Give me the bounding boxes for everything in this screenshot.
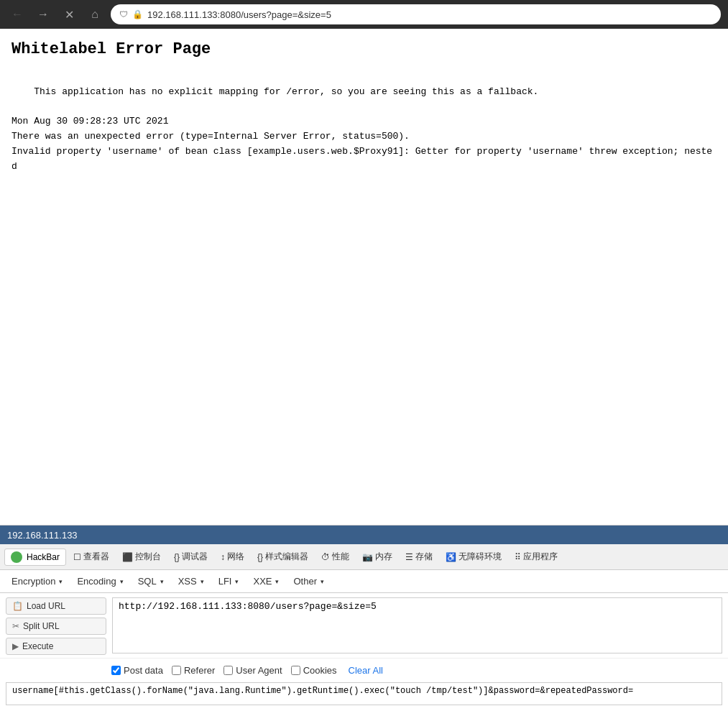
cookies-checkbox[interactable] — [291, 666, 300, 675]
encoding-caret: ▾ — [120, 578, 124, 585]
url-bar: 192.168.111.133 — [0, 526, 728, 544]
console-label: 控制台 — [135, 551, 161, 563]
split-url-label: Split URL — [23, 621, 60, 631]
sql-label: SQL — [138, 576, 157, 587]
clear-all-button[interactable]: Clear All — [346, 664, 386, 677]
referer-label: Referer — [184, 665, 215, 676]
execute-label: Execute — [22, 641, 53, 651]
accessibility-icon: ♿ — [446, 552, 456, 562]
style-editor-label: 样式编辑器 — [265, 551, 308, 563]
xxe-label: XXE — [253, 576, 272, 587]
post-data-checkbox[interactable] — [111, 666, 121, 675]
hackbar-action-buttons: 📋 Load URL ✂ Split URL ▶ Execute — [6, 597, 106, 653]
load-url-button[interactable]: 📋 Load URL — [6, 597, 106, 615]
bottom-panel: 192.168.111.133 HackBar ☐ 查看器 ⬛ 控制台 {} 调… — [0, 525, 728, 711]
load-url-label: Load URL — [27, 601, 65, 611]
error-body: This application has no explicit mapping… — [11, 70, 717, 189]
other-label: Other — [293, 576, 317, 587]
browser-chrome: ← → ✕ ⌂ 🛡 🔒 192.168.111.133:8080/users?p… — [0, 0, 728, 29]
network-icon: ↕ — [221, 552, 225, 562]
application-tab[interactable]: ⠿ 应用程序 — [509, 549, 563, 565]
console-icon: ⬛ — [122, 552, 133, 562]
debugger-icon: {} — [174, 552, 180, 562]
encoding-menu[interactable]: Encoding ▾ — [71, 574, 129, 589]
inspector-label: 查看器 — [83, 551, 109, 563]
debugger-label: 调试器 — [182, 551, 208, 563]
lfi-menu[interactable]: LFI ▾ — [213, 574, 245, 589]
error-line3: There was an unexpected error (type=Inte… — [11, 131, 410, 142]
xss-label: XSS — [178, 576, 197, 587]
sql-caret: ▾ — [160, 578, 164, 585]
cookies-checkbox-label[interactable]: Cookies — [291, 665, 337, 676]
lock-icon: 🔒 — [132, 9, 143, 19]
encryption-caret: ▾ — [59, 578, 63, 585]
application-label: 应用程序 — [523, 551, 558, 563]
hackbar-label: HackBar — [27, 552, 60, 562]
sql-menu[interactable]: SQL ▾ — [132, 574, 170, 589]
hackbar-postdata-row — [0, 682, 728, 711]
dev-toolbar: HackBar ☐ 查看器 ⬛ 控制台 {} 调试器 ↕ 网络 {} 样式编辑器… — [0, 544, 728, 570]
encryption-label: Encryption — [11, 576, 55, 587]
post-data-checkbox-label[interactable]: Post data — [111, 665, 163, 676]
execute-button[interactable]: ▶ Execute — [6, 638, 106, 655]
hackbar-tab[interactable]: HackBar — [4, 549, 66, 566]
lfi-caret: ▾ — [235, 578, 239, 585]
style-editor-icon: {} — [257, 552, 263, 562]
referer-checkbox[interactable] — [172, 666, 181, 675]
memory-icon: 📷 — [362, 552, 373, 562]
error-line2: Mon Aug 30 09:28:23 UTC 2021 — [11, 116, 168, 127]
hackbar-post-row: Post data Referer User Agent Cookies Cle… — [0, 658, 728, 682]
execute-icon: ▶ — [12, 641, 19, 651]
cookies-label: Cookies — [303, 665, 337, 676]
accessibility-tab[interactable]: ♿ 无障碍环境 — [440, 549, 507, 565]
error-title: Whitelabel Error Page — [11, 40, 717, 58]
error-line4: Invalid property 'username' of bean clas… — [11, 146, 712, 172]
storage-tab[interactable]: ☰ 存储 — [400, 549, 438, 565]
performance-tab[interactable]: ⏱ 性能 — [315, 549, 355, 565]
other-menu[interactable]: Other ▾ — [287, 574, 330, 589]
network-tab[interactable]: ↕ 网络 — [215, 549, 250, 565]
network-label: 网络 — [227, 551, 244, 563]
user-agent-checkbox[interactable] — [224, 666, 233, 675]
storage-icon: ☰ — [405, 552, 413, 562]
post-data-label: Post data — [124, 665, 163, 676]
split-url-icon: ✂ — [12, 621, 19, 631]
back-button[interactable]: ← — [7, 4, 27, 24]
inspector-tab[interactable]: ☐ 查看器 — [68, 549, 115, 565]
memory-label: 内存 — [375, 551, 392, 563]
application-icon: ⠿ — [515, 552, 521, 562]
memory-tab[interactable]: 📷 内存 — [356, 549, 398, 565]
storage-label: 存储 — [415, 551, 433, 563]
forward-button[interactable]: → — [33, 4, 53, 24]
xxe-menu[interactable]: XXE ▾ — [247, 574, 285, 589]
style-editor-tab[interactable]: {} 样式编辑器 — [252, 549, 314, 565]
hackbar-url-input[interactable] — [112, 597, 722, 653]
encoding-label: Encoding — [77, 576, 116, 587]
inspector-icon: ☐ — [73, 552, 81, 562]
lfi-label: LFI — [218, 576, 232, 587]
xss-caret: ▾ — [201, 578, 204, 585]
hackbar-postdata-input[interactable] — [6, 682, 722, 705]
reload-button[interactable]: ✕ — [59, 4, 79, 24]
hackbar-logo — [11, 551, 22, 563]
hackbar-menu-bar: Encryption ▾ Encoding ▾ SQL ▾ XSS ▾ LFI … — [0, 570, 728, 593]
console-tab[interactable]: ⬛ 控制台 — [116, 549, 167, 565]
page-content: Whitelabel Error Page This application h… — [0, 29, 728, 546]
shield-icon: 🛡 — [119, 9, 128, 19]
debugger-tab[interactable]: {} 调试器 — [168, 549, 213, 565]
xxe-caret: ▾ — [275, 578, 279, 585]
error-line1: This application has no explicit mapping… — [34, 86, 538, 97]
home-button[interactable]: ⌂ — [85, 4, 105, 24]
accessibility-label: 无障碍环境 — [459, 551, 502, 563]
xss-menu[interactable]: XSS ▾ — [172, 574, 210, 589]
user-agent-checkbox-label[interactable]: User Agent — [224, 665, 282, 676]
address-bar[interactable]: 🛡 🔒 192.168.111.133:8080/users?page=&siz… — [111, 4, 721, 24]
split-url-button[interactable]: ✂ Split URL — [6, 618, 106, 635]
performance-label: 性能 — [332, 551, 349, 563]
performance-icon: ⏱ — [321, 552, 330, 562]
url-bar-text: 192.168.111.133 — [7, 530, 78, 541]
encryption-menu[interactable]: Encryption ▾ — [6, 574, 68, 589]
load-url-icon: 📋 — [12, 601, 23, 611]
referer-checkbox-label[interactable]: Referer — [172, 665, 215, 676]
user-agent-label: User Agent — [236, 665, 282, 676]
